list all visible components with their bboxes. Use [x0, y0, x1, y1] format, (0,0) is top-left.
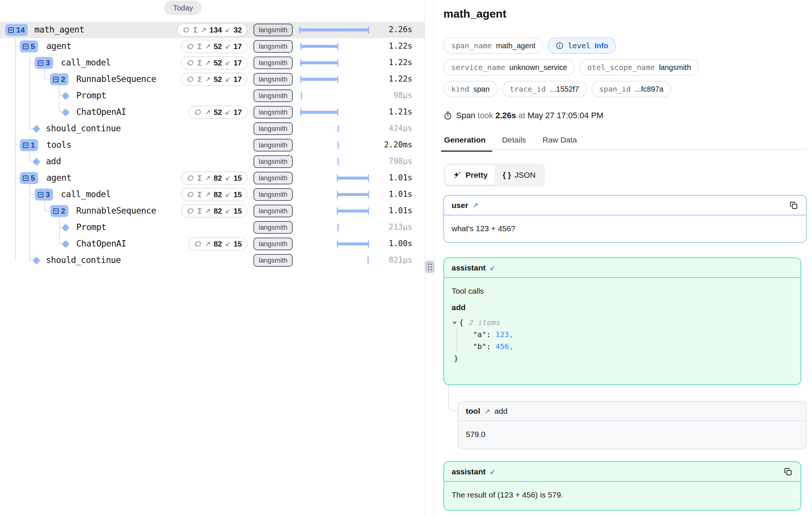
attribute-pill-row: service_nameunknown_serviceotel_scope_na… — [443, 59, 699, 76]
collapse-badge[interactable]: 5 — [20, 172, 38, 184]
token-usage-badge: ↗52↙17 — [188, 105, 247, 119]
trace-tree-row-should_continue[interactable]: should_continuelangsmith424µs — [0, 120, 425, 137]
span-label: tools — [46, 140, 71, 150]
token-usage-badge: Σ↗82↙15 — [181, 171, 247, 185]
span-label: RunnableSequence — [76, 206, 156, 215]
duration-label: 424µs — [389, 124, 412, 133]
attribute-pill-row: span_namemath_agentlevelInfo — [443, 37, 616, 54]
duration-label: 1.22s — [389, 74, 412, 83]
token-usage-badge: Σ↗52↙17 — [181, 73, 247, 86]
tab-generation[interactable]: Generation — [443, 134, 486, 149]
trace-tree-row-ChatOpenAI[interactable]: ChatOpenAI↗82↙15langsmith1.00s — [0, 236, 425, 252]
trace-tree-row-Prompt[interactable]: Promptlangsmith213µs — [0, 219, 425, 236]
coin-icon — [194, 240, 202, 248]
collapse-badge[interactable]: 1 — [20, 139, 38, 151]
collapse-badge[interactable]: 3 — [35, 57, 53, 69]
timeline-bar — [299, 137, 370, 153]
attribute-pill-span_name: span_namemath_agent — [443, 37, 543, 54]
span-duration-line: Span took 2.26s at May 27 17:05:04 PM — [443, 111, 603, 120]
span-detail-panel: math_agent span_namemath_agentlevelInfo … — [434, 0, 812, 517]
collapse-badge[interactable]: 2 — [50, 205, 68, 217]
timeline-bar — [299, 120, 370, 137]
panel-divider-line — [425, 0, 425, 517]
collapse-badge[interactable]: 14 — [5, 24, 28, 36]
trace-tree-row-Prompt[interactable]: Promptlangsmith98µs — [0, 88, 425, 104]
trace-tree-row-RunnableSequence[interactable]: 2RunnableSequenceΣ↗52↙17langsmith1.22s — [0, 71, 425, 88]
timeline-bar — [299, 55, 370, 71]
langsmith-tag: langsmith — [253, 122, 293, 135]
timeline-bar — [299, 38, 370, 55]
tokens-out-icon: ↙ — [225, 190, 231, 199]
role-label: assistant — [452, 467, 486, 476]
token-usage-badge: Σ↗82↙15 — [181, 188, 247, 201]
trace-tree: 14math_agentΣ↗134↙32langsmith2.26s5agent… — [0, 0, 425, 517]
tokens-out-icon: ↙ — [225, 26, 231, 34]
timeline-bar — [299, 252, 370, 269]
token-usage-badge: Σ↗134↙32 — [177, 23, 247, 37]
leaf-diamond-icon — [62, 108, 70, 116]
langsmith-tag: langsmith — [253, 172, 293, 184]
message-content: The result of (123 + 456) is 579. — [444, 482, 800, 508]
timeline-bar — [299, 104, 370, 120]
arrow-up-right-icon: ↗ — [472, 201, 478, 209]
trace-tree-row-tools[interactable]: 1toolslangsmith2.20ms — [0, 137, 425, 153]
tab-details[interactable]: Details — [501, 134, 527, 149]
trace-viewer: Today 14math_agentΣ↗134↙32langsmith2.26s… — [0, 0, 812, 517]
tab-raw-data[interactable]: Raw Data — [542, 134, 578, 149]
langsmith-tag: langsmith — [253, 205, 293, 217]
span-label: ChatOpenAI — [76, 239, 126, 248]
role-label: assistant — [452, 263, 486, 272]
coin-icon — [187, 76, 194, 83]
coin-icon — [187, 191, 194, 199]
leaf-diamond-icon — [62, 92, 70, 100]
pretty-toggle-button[interactable]: Pretty — [445, 165, 495, 185]
trace-tree-row-RunnableSequence[interactable]: 2RunnableSequenceΣ↗82↙15langsmith1.01s — [0, 203, 425, 219]
collapse-badge[interactable]: 2 — [50, 73, 68, 85]
duration-label: 98µs — [393, 91, 412, 100]
json-arg-entry: "b": 456, — [473, 340, 793, 352]
tokens-in-icon: ↗ — [205, 207, 210, 215]
duration-label: 821µs — [389, 256, 412, 264]
langsmith-tag: langsmith — [253, 155, 293, 168]
tree-elbow — [44, 202, 50, 211]
tree-elbow — [29, 54, 35, 63]
token-usage-badge: Σ↗52↙17 — [181, 56, 247, 70]
duration-label: 1.21s — [389, 107, 412, 116]
trace-tree-row-ChatOpenAI[interactable]: ChatOpenAI↗52↙17langsmith1.21s — [0, 104, 425, 120]
tokens-in-icon: ↗ — [205, 108, 210, 116]
trace-tree-row-add[interactable]: addlangsmith798µs — [0, 153, 425, 170]
coin-icon — [187, 174, 194, 182]
tokens-in-icon: ↗ — [205, 174, 210, 182]
tree-elbow — [44, 70, 50, 80]
tokens-in-icon: ↗ — [205, 42, 210, 51]
info-icon — [556, 42, 564, 50]
sigma-icon: Σ — [197, 207, 202, 215]
role-label: user — [452, 201, 468, 210]
attribute-pill-service_name: service_nameunknown_service — [443, 59, 575, 76]
copy-button[interactable] — [789, 201, 799, 210]
timeline-bar — [299, 219, 370, 236]
panel-resize-handle[interactable] — [425, 261, 434, 273]
duration-label: 1.22s — [389, 58, 412, 67]
trace-tree-row-call_model[interactable]: 3call_modelΣ↗82↙15langsmith1.01s — [0, 186, 425, 203]
trace-tree-row-agent[interactable]: 5agentΣ↗82↙15langsmith1.01s — [0, 170, 425, 186]
tokens-out-icon: ↙ — [225, 75, 231, 83]
tokens-out-icon: ↙ — [225, 42, 231, 51]
trace-tree-row-call_model[interactable]: 3call_modelΣ↗52↙17langsmith1.22s — [0, 55, 425, 71]
trace-tree-row-agent[interactable]: 5agentΣ↗52↙17langsmith1.22s — [0, 38, 425, 55]
token-usage-badge: Σ↗52↙17 — [181, 40, 247, 53]
json-toggle-button[interactable]: { } JSON — [495, 165, 543, 185]
collapse-badge[interactable]: 3 — [35, 189, 53, 201]
span-label: agent — [46, 41, 71, 51]
trace-tree-row-should_continue[interactable]: should_continuelangsmith821µs — [0, 252, 425, 269]
leaf-diamond-icon — [33, 158, 40, 166]
span-label: agent — [46, 173, 71, 183]
copy-button[interactable] — [783, 467, 793, 477]
tree-elbow — [29, 186, 35, 195]
timeline-bar — [299, 186, 370, 203]
duration-label: 2.20ms — [384, 140, 412, 149]
trace-tree-row-math_agent[interactable]: 14math_agentΣ↗134↙32langsmith2.26s — [0, 22, 425, 38]
message-card-tool: tool ↗ add 579.0 — [458, 401, 807, 449]
chevron-down-icon[interactable] — [452, 319, 458, 325]
collapse-badge[interactable]: 5 — [20, 40, 38, 52]
